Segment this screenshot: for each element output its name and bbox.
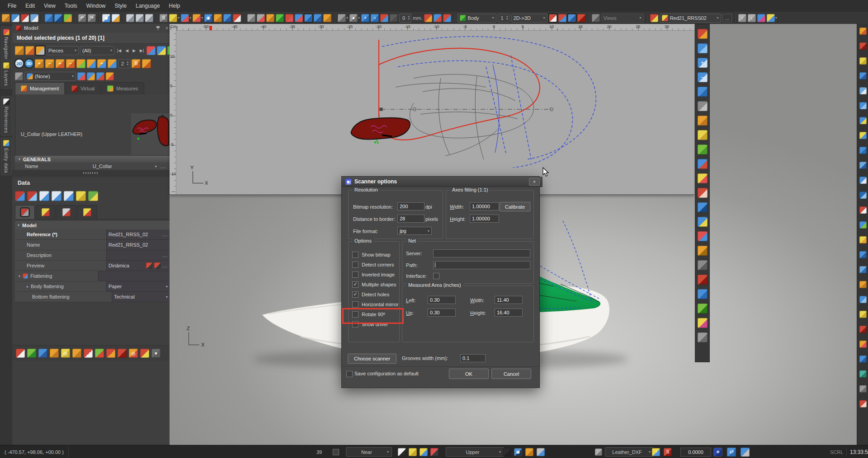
piece-bturn-icon[interactable]: B	[132, 59, 141, 68]
rotate-ring-icon[interactable]: ○	[371, 14, 379, 22]
zoom-out-icon[interactable]: −	[698, 72, 708, 82]
lock-small-icon[interactable]	[266, 14, 274, 22]
piece-view-icon[interactable]	[698, 29, 708, 39]
columns-add-icon[interactable]	[757, 14, 765, 22]
grid-view-icon[interactable]	[698, 101, 708, 111]
measured-height-input[interactable]: 16.40	[495, 308, 523, 317]
piece-add-icon[interactable]: +	[35, 59, 44, 68]
angle-input[interactable]: 0.0000	[680, 448, 711, 457]
pieces-stack-icon[interactable]	[15, 46, 24, 55]
shoe-green-icon[interactable]	[460, 15, 466, 21]
panel-tag2-icon[interactable]	[859, 236, 867, 243]
chevron-down-icon[interactable]: ▾	[166, 295, 168, 299]
panel-cols-icon[interactable]	[859, 117, 867, 124]
2d-3d-dropdown[interactable]: 2D->3D	[511, 14, 547, 23]
view-3d-badge[interactable]: 3D	[25, 59, 33, 68]
row-value-cell[interactable]	[106, 250, 170, 261]
table-row[interactable]: Bottom flatteningTechnical▾	[15, 292, 170, 302]
menu-item-window[interactable]: Window	[82, 1, 110, 11]
entity-data-icon[interactable]	[3, 140, 9, 146]
open-folder-icon[interactable]	[2, 14, 10, 22]
piece-add-2-icon[interactable]: +	[56, 59, 65, 68]
refresh-view-icon[interactable]	[698, 304, 708, 313]
body-dropdown[interactable]: Body	[458, 14, 496, 23]
zoom-in-icon[interactable]: +	[698, 58, 708, 68]
piece-blue-add-icon[interactable]: +	[97, 59, 106, 68]
settings-view-icon[interactable]	[698, 332, 708, 342]
viewport-2d[interactable]: Cm. -50-45-40-35-30-25-20-15-10-50510152…	[170, 24, 694, 195]
axes-width-input[interactable]: 1.00000	[470, 202, 499, 210]
server-input[interactable]	[433, 249, 530, 257]
path-input[interactable]	[433, 261, 530, 269]
piece-list-area[interactable]: U_Collar (Upper LEATHER) ∞	[15, 94, 170, 156]
shoe-flat-icon[interactable]	[549, 14, 557, 22]
point-flag-icon[interactable]	[77, 72, 85, 80]
distance-border-input[interactable]: 28	[397, 215, 425, 223]
upper-dropdown[interactable]: Upper	[446, 447, 504, 457]
toolbar-spinner[interactable]: 0▲▼	[399, 14, 411, 23]
flattening-icon[interactable]	[23, 273, 28, 279]
table-row[interactable]: Reference (*)Red21_RRSS_02	[15, 229, 170, 240]
pieces-filter-dropdown[interactable]: (All)	[80, 46, 114, 55]
chevron-gray-icon[interactable]	[15, 72, 23, 80]
navigator-icon[interactable]	[3, 29, 9, 35]
target-sphere-icon[interactable]: ◉	[204, 14, 212, 22]
cancel-button[interactable]: Cancel	[491, 369, 531, 379]
curve-s-icon[interactable]: S	[160, 14, 168, 22]
chevron-down-icon[interactable]: ▾	[166, 285, 168, 289]
panel-tags-icon[interactable]	[859, 57, 867, 65]
columns-set-icon[interactable]	[767, 14, 775, 22]
panel-list-icon[interactable]	[859, 162, 867, 169]
first-piece-button[interactable]: |◀	[116, 47, 123, 54]
panel-teal-icon[interactable]	[859, 370, 867, 378]
row-value-cell[interactable]: Red21_RRSS_02	[106, 240, 170, 250]
lock-icon[interactable]	[525, 448, 533, 456]
panel-blue3-icon[interactable]	[859, 266, 867, 273]
piece-line-icon[interactable]	[87, 59, 96, 68]
curve-blue-icon[interactable]	[223, 14, 231, 22]
dropdown-caret-icon[interactable]: ▾	[346, 16, 348, 20]
mirror-tool-icon[interactable]	[193, 14, 201, 22]
photo-id-icon[interactable]	[88, 191, 98, 201]
generals-header[interactable]: ▾ GENERALS	[15, 156, 173, 163]
light-bulb-add-icon[interactable]	[169, 14, 177, 22]
checkbox-checked[interactable]: ✓	[352, 281, 359, 288]
calibrate-button[interactable]: Calibrate	[500, 202, 530, 211]
show-asterisk-icon[interactable]	[157, 46, 166, 55]
zoom-magnifier-icon[interactable]	[54, 14, 62, 22]
caret-down-icon[interactable]: ▾	[151, 349, 160, 358]
fit-view-icon[interactable]	[698, 43, 708, 53]
marker-dropdown[interactable]: (None)	[24, 72, 76, 81]
panel-red2-icon[interactable]	[859, 326, 867, 333]
status-checkbox[interactable]	[333, 449, 339, 455]
panel-blue5-icon[interactable]	[859, 355, 867, 363]
shoe-add-icon[interactable]	[650, 14, 658, 22]
generals-name-row[interactable]: Name U_Collar ▾	[15, 163, 170, 170]
piece-single-icon[interactable]	[25, 46, 34, 55]
menu-item-style[interactable]: Style	[111, 1, 131, 11]
piece-export-icon[interactable]	[106, 72, 114, 80]
axes-small-icon[interactable]	[338, 14, 346, 22]
panel-splitter[interactable]	[12, 170, 170, 176]
sync-icon[interactable]: ⇄	[727, 448, 736, 457]
piece-list-icon[interactable]	[36, 46, 45, 55]
panel-orange-icon[interactable]	[859, 281, 867, 288]
layers-add-icon[interactable]	[420, 448, 428, 456]
spinner-arrows[interactable]: ▲▼	[407, 15, 410, 20]
lock-big-icon[interactable]	[323, 14, 331, 22]
piece-remove-2-icon[interactable]: −	[66, 59, 75, 68]
panel-docs-icon[interactable]	[859, 87, 867, 94]
sidebar-tab-references[interactable]: References	[1, 96, 12, 136]
clipboard-cloud-icon[interactable]	[52, 191, 61, 201]
shoe-arrow-icon[interactable]	[424, 14, 432, 22]
measured-width-input[interactable]: 11.40	[495, 296, 523, 304]
link-curve-icon[interactable]	[247, 14, 255, 22]
checkbox-unchecked[interactable]	[352, 301, 359, 308]
view-2d-badge[interactable]: 2D	[15, 59, 24, 68]
image-red-icon[interactable]	[106, 349, 115, 358]
spinner-arrows[interactable]: ▲▼	[126, 61, 129, 66]
shoe-cloud-icon[interactable]	[27, 191, 37, 201]
shoe-pair-icon[interactable]	[443, 14, 451, 22]
shoe-3d-icon[interactable]	[698, 275, 708, 285]
shoes-stack-icon[interactable]	[558, 14, 566, 22]
